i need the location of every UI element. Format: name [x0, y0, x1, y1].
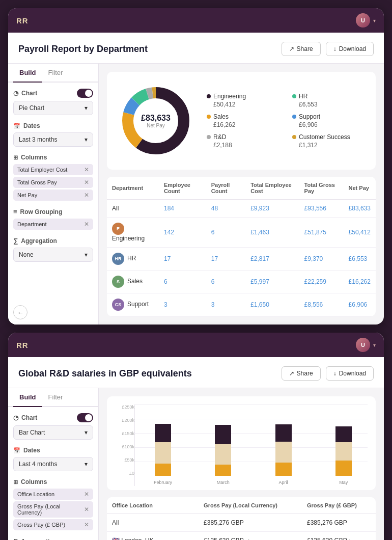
cell-net-pay[interactable]: £6,553 [344, 248, 376, 271]
chart-label-row-2: ◔ Chart [13, 413, 93, 422]
report-header-2: Global R&D salaries in GBP equivalents ↗… [8, 357, 384, 388]
chart-toggle-1[interactable] [77, 89, 93, 98]
cell-pay-count[interactable]: 48 [206, 200, 245, 218]
download-button-1[interactable]: ↓ Download [326, 42, 374, 56]
remove-col-p2-0[interactable]: ✕ [84, 491, 89, 498]
back-button-1[interactable]: ← [13, 305, 27, 319]
cell-location: All [107, 514, 199, 532]
chart-toggle-2[interactable] [77, 413, 93, 422]
header-buttons-2: ↗ Share ↓ Download [282, 366, 374, 381]
y-label-150k: £150k [115, 431, 134, 436]
aggregation-icon-2: ∑ [13, 537, 18, 540]
cell-gross-gbp: £385,276 GBP [302, 514, 376, 532]
aggregation-select-1[interactable]: None ▾ [13, 248, 93, 262]
remove-row-group-0[interactable]: ✕ [84, 221, 89, 228]
cell-net-pay[interactable]: £50,412 [344, 218, 376, 248]
col-chip-p2-0: Office Location ✕ [13, 489, 93, 500]
tab-filter-2[interactable]: Filter [42, 388, 69, 407]
cell-dept: All [107, 200, 159, 218]
cell-gross-gbp: £135,630 GBP › [302, 532, 376, 541]
panel-payroll: RR U ▾ Payroll Report by Department ↗ Sh… [8, 8, 384, 325]
chevron-down-icon: ▾ [85, 104, 88, 112]
cell-gross-pay[interactable]: £93,556 [299, 200, 344, 218]
share-button-1[interactable]: ↗ Share [282, 42, 321, 56]
cell-emp-cost[interactable]: £1,650 [245, 293, 299, 316]
tab-build-2[interactable]: Build [13, 388, 42, 407]
cell-emp-cost[interactable]: £2,817 [245, 248, 299, 271]
avatar-2[interactable]: U [356, 338, 370, 352]
cell-emp-count[interactable]: 142 [159, 218, 206, 248]
cell-gross-pay[interactable]: £51,875 [299, 218, 344, 248]
section-dates-2: 📅 Dates Last 4 months ▾ [13, 447, 93, 471]
remove-column-1[interactable]: ✕ [84, 179, 89, 186]
section-columns-2: ⊞ Columns Office Location ✕ Gross Pay (L… [13, 478, 93, 530]
download-icon-2: ↓ [333, 370, 337, 377]
bar-label-may: May [339, 480, 348, 485]
columns-label-2: ⊞ Columns [13, 478, 93, 485]
dates-select-1[interactable]: Last 3 months ▾ [13, 132, 93, 147]
main-layout-1: Build Filter ◔ Chart Pie Chart ▾ [8, 64, 384, 325]
chart-type-select-2[interactable]: Bar Chart ▾ [13, 425, 93, 440]
cell-dept: SSales [107, 271, 159, 293]
calendar-icon: 📅 [13, 123, 20, 129]
cell-pay-count[interactable]: 17 [206, 248, 245, 271]
row-grouping-icon: ≡ [13, 208, 17, 215]
cell-gross-pay[interactable]: £22,259 [299, 271, 344, 293]
cell-pay-count[interactable]: 6 [206, 271, 245, 293]
col-gross-pay: Total Gross Pay [299, 177, 344, 200]
section-chart-2: ◔ Chart Bar Chart ▾ [13, 413, 93, 440]
cell-emp-count[interactable]: 184 [159, 200, 206, 218]
cell-emp-count[interactable]: 3 [159, 293, 206, 316]
bar-label-apr: April [279, 480, 288, 485]
report-table-1: Department Employee Count Payroll Count … [107, 177, 376, 316]
download-button-2[interactable]: ↓ Download [326, 366, 374, 381]
y-label-0: £0 [115, 471, 134, 476]
cell-emp-count[interactable]: 17 [159, 248, 206, 271]
header-buttons-1: ↗ Share ↓ Download [282, 42, 374, 56]
section-columns-1: ⊞ Columns Total Employer Cost ✕ Total Gr… [13, 154, 93, 201]
cell-emp-cost[interactable]: £1,463 [245, 218, 299, 248]
cell-dept: EEngineering [107, 218, 159, 248]
column-chip-0: Total Employer Cost ✕ [13, 164, 93, 175]
chart-label-left: ◔ Chart [13, 90, 37, 97]
columns-label-1: ⊞ Columns [13, 154, 93, 161]
avatar[interactable]: U [356, 13, 370, 28]
app-logo-2: RR [16, 341, 29, 349]
cell-gross-pay[interactable]: £8,556 [299, 293, 344, 316]
col-emp-count: Employee Count [159, 177, 206, 200]
cell-pay-count[interactable]: 6 [206, 218, 245, 248]
column-chip-2: Net Pay ✕ [13, 190, 93, 201]
share-button-2[interactable]: ↗ Share [282, 366, 321, 381]
report-title-1: Payroll Report by Department [18, 44, 148, 55]
pie-center: £83,633 Net Pay [141, 114, 171, 128]
cell-location: 🇬🇧 London, UK [107, 532, 199, 541]
chart-label-row-1: ◔ Chart [13, 89, 93, 98]
tab-build-1[interactable]: Build [13, 64, 42, 83]
remove-col-p2-2[interactable]: ✕ [84, 521, 89, 528]
remove-column-0[interactable]: ✕ [84, 166, 89, 173]
cell-emp-count[interactable]: 6 [159, 271, 206, 293]
remove-column-2[interactable]: ✕ [84, 192, 89, 199]
chevron-down-icon-3: ▾ [85, 429, 88, 436]
main-layout-2: Build Filter ◔ Chart Bar Chart ▾ [8, 388, 384, 540]
cell-net-pay[interactable]: £6,906 [344, 293, 376, 316]
cell-emp-cost[interactable]: £5,997 [245, 271, 299, 293]
chart-type-select-1[interactable]: Pie Chart ▾ [13, 101, 93, 115]
chart-icon: ◔ [13, 90, 18, 97]
bar-label-mar: March [217, 480, 230, 485]
cell-gross-local: £135,630 GBP ⇄ [199, 532, 302, 541]
cell-net-pay[interactable]: £16,262 [344, 271, 376, 293]
section-aggregation-1: ∑ Aggregation None ▾ [13, 237, 93, 262]
col-net-pay: Net Pay [344, 177, 376, 200]
cell-pay-count[interactable]: 3 [206, 293, 245, 316]
cell-gross-pay[interactable]: £9,370 [299, 248, 344, 271]
table-row: HRHR1717£2,817£9,370£6,553 [107, 248, 376, 271]
cell-net-pay[interactable]: £83,633 [344, 200, 376, 218]
dates-select-2[interactable]: Last 4 months ▾ [13, 457, 93, 471]
topbar-2: RR U ▾ [8, 333, 384, 357]
remove-col-p2-1[interactable]: ✕ [84, 506, 89, 513]
row-grouping-label-1: ≡ Row Grouping [13, 208, 93, 215]
tab-filter-1[interactable]: Filter [42, 64, 69, 83]
cell-emp-cost[interactable]: £9,923 [245, 200, 299, 218]
section-dates-1: 📅 Dates Last 3 months ▾ [13, 122, 93, 147]
